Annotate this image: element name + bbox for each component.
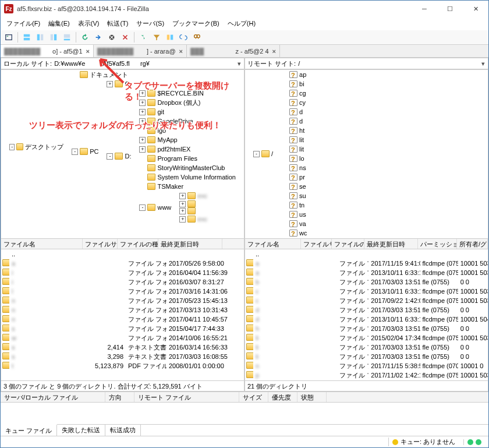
toggle-remote-tree-button[interactable] [48,31,59,43]
tree-item[interactable]: + [179,207,215,214]
tree-item[interactable]: va [281,219,315,228]
tree-item[interactable]: StoryWritingMasterClub [139,163,244,172]
list-row[interactable]: liファイル フォ...2017/03/03 13:51:36fle (0755… [245,343,488,352]
dropdown-icon[interactable]: ▾ [235,60,244,68]
menu-transfer[interactable]: 転送(T) [104,18,132,29]
disconnect-button[interactable] [119,31,131,43]
menu-file[interactable]: ファイル(F) [3,18,44,29]
tree-item[interactable]: us [281,210,315,219]
list-row[interactable]: liファイル フォ...2017/03/03 13:51:36fle (0755… [245,352,488,361]
tab-close-icon[interactable]: × [86,48,90,55]
tree-item[interactable]: bi [281,79,315,89]
list-row[interactable]: .. [245,249,488,259]
list-row[interactable]: nファイル フォルダー2017/05/23 15:45:13 [1,296,244,305]
list-row[interactable]: nファイル フォルダー2017/03/13 10:31:43 [1,305,244,315]
find-button[interactable] [191,31,203,43]
list-row[interactable]: nファイル フォルダー2017/04/11 10:45:57 [1,315,244,324]
tree-item[interactable]: d [281,107,315,117]
tab-success[interactable]: 転送成功 [105,425,141,436]
tree-item[interactable]: +MyApp [139,135,244,144]
list-row[interactable]: wファイル フォルダー2014/10/06 16:55:21 [1,333,244,343]
menu-server[interactable]: サーバ(S) [133,18,168,29]
tree-item[interactable]: cg [281,89,315,98]
minimize-button[interactable]: ─ [412,1,437,17]
tree-item[interactable]: +$RECYCLE.BIN [139,89,244,98]
list-row[interactable]: .. [1,249,244,259]
menu-view[interactable]: 表示(V) [75,18,103,29]
refresh-button[interactable] [79,31,91,43]
sync-browse-button[interactable] [178,31,189,43]
tree-item[interactable]: System Volume Information [139,172,244,182]
queue-header[interactable]: サーバ/ローカル ファイル 方向 リモート ファイル サイズ 優先度 状態 [1,391,488,402]
list-row[interactable]: aファイル フォ...2013/10/11 6:33:17flcdmpe (07… [245,268,488,277]
tree-item[interactable]: +git [139,107,244,117]
tab-close-icon[interactable]: × [179,48,183,55]
close-button[interactable]: ✕ [463,1,488,17]
process-queue-button[interactable] [93,31,104,43]
queue-body[interactable] [1,402,488,424]
tab-1[interactable]: ████████o] - af5@1× [1,45,94,57]
site-manager-button[interactable] [3,31,15,43]
list-row[interactable]: s2,414テキスト文書2016/03/14 16:56:33 [1,343,244,352]
list-row[interactable]: bファイル フォ...2017/03/03 13:51:36fle (0755)… [245,277,488,287]
menu-bookmark[interactable]: ブックマーク(B) [169,18,223,29]
list-row[interactable]: iファイル フォルダー2016/04/04 11:56:39 [1,268,244,277]
list-row[interactable]: dファイル フォ...2017/03/03 13:51:36fle (0755)… [245,305,488,315]
toggle-log-button[interactable] [21,31,33,43]
tree-item[interactable]: -D:+$RECYCLE.BIN+Dropbox (個人)+git+Google… [107,89,244,224]
list-row[interactable]: liファイル フォ...2015/02/04 17:34:24flcdmpe (… [245,333,488,343]
tree-item[interactable]: TSMaker [139,182,244,191]
tree-item[interactable]: se [281,182,315,191]
compare-button[interactable] [164,31,176,43]
list-row[interactable]: pファイル フォ...2017/11/02 1:42:12flcdmpe (07… [245,371,488,380]
remote-list-header[interactable]: ファイル名ファイルサイズファイルの種類最終更新日時パーミッション所有者/グ... [245,239,488,249]
list-row[interactable]: lファイル フォルダー2017/03/16 14:31:06 [1,287,244,296]
list-row[interactable]: hファイル フォ...2017/03/03 13:51:36fle (0755)… [245,324,488,333]
tab-3[interactable]: ███z - af5@2 4× [187,45,280,57]
tree-item[interactable]: -/apbicgcyddhtlitlitlonsprsesutnusvawc [253,70,488,238]
tree-item[interactable]: cy [281,98,315,107]
local-tree[interactable]: -デスクトップドキュメント-PC+C:-D:+$RECYCLE.BIN+Drop… [1,70,244,239]
tree-item[interactable]: + [179,200,215,207]
dropdown-icon[interactable]: ▾ [479,60,488,68]
tree-item[interactable]: lo [281,154,315,163]
tree-item[interactable]: ドキュメント [72,70,244,79]
tree-item[interactable]: ns [281,163,315,172]
tree-item[interactable]: -www+exc+ + +exc [139,191,244,224]
list-row[interactable]: dファイル フォ...2013/10/11 6:33:17flcdmpe (07… [245,315,488,324]
list-row[interactable]: s3,298テキスト文書2017/03/03 16:08:55 [1,352,244,361]
list-row[interactable]: cファイル フォ...2013/10/11 6:33:17flcdmpe (07… [245,287,488,296]
tree-item[interactable]: +C: [107,79,244,89]
reconnect-button[interactable] [137,31,149,43]
tree-item[interactable]: lit [281,144,315,154]
tree-item[interactable]: -デスクトップドキュメント-PC+C:-D:+$RECYCLE.BIN+Drop… [9,70,244,224]
tree-item[interactable]: ap [281,70,315,79]
local-list[interactable]: ..aファイル フォルダー2017/05/26 9:58:00iファイル フォル… [1,249,244,380]
list-row[interactable]: t5,123,879PDF ファイル2008/01/01 0:00:00 [1,361,244,371]
toggle-local-tree-button[interactable] [34,31,46,43]
local-path-input[interactable] [54,58,235,69]
list-row[interactable]: sファイル フォルダー2015/04/17 7:44:33 [1,324,244,333]
tree-item[interactable]: -PC+C:-D:+$RECYCLE.BIN+Dropbox (個人)+git+… [72,79,244,224]
tree-item[interactable]: igo [139,126,244,135]
tree-item[interactable]: +Dropbox (個人) [139,98,244,107]
tree-item[interactable]: +GoogleDrive [139,117,244,126]
tab-close-icon[interactable]: × [272,48,276,55]
maximize-button[interactable]: ☐ [437,1,463,17]
menu-edit[interactable]: 編集(E) [45,18,73,29]
tree-item[interactable]: tn [281,200,315,210]
list-row[interactable]: nファイル フォ...2017/11/15 5:38:59flcdmpe (07… [245,361,488,371]
tree-item[interactable]: su [281,191,315,200]
tree-item[interactable]: wc [281,228,315,238]
tree-item[interactable]: +pdf2htmlEX [139,144,244,154]
local-list-header[interactable]: ファイル名ファイルサイズファイルの種類最終更新日時 [1,239,244,249]
tree-item[interactable]: Program Files [139,154,244,163]
list-row[interactable]: aファイル フォルダー2017/05/26 9:58:00 [1,259,244,268]
tab-queue-files[interactable]: キュー ファイル [1,424,57,436]
tree-item[interactable]: lit [281,135,315,144]
tree-item[interactable]: d [281,117,315,126]
tree-item[interactable]: +exc [179,191,215,200]
tree-item[interactable]: ht [281,126,315,135]
toggle-queue-button[interactable] [61,31,73,43]
cancel-button[interactable] [106,31,118,43]
